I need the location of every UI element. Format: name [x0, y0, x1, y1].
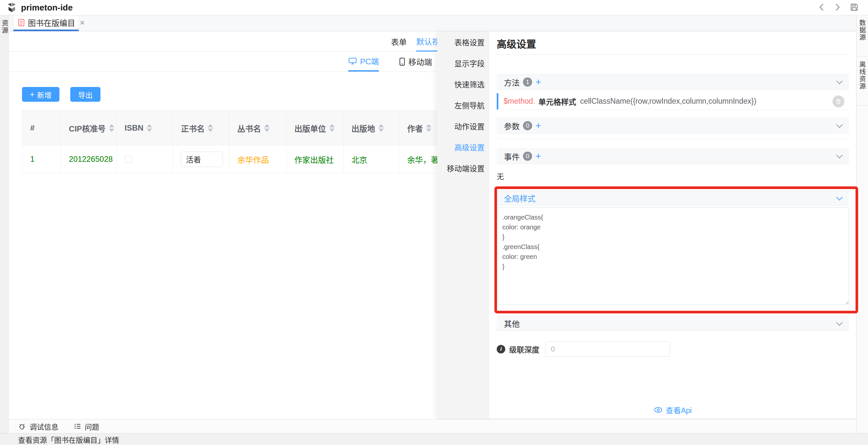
bottom-bar: 调试信息 问题: [8, 419, 856, 433]
add-event-button[interactable]: +: [535, 151, 541, 161]
view-api-link[interactable]: 查看Api: [497, 405, 849, 415]
section-header-params[interactable]: 参数 0 +: [497, 118, 849, 133]
document-icon: [18, 19, 25, 27]
forward-button[interactable]: [834, 3, 841, 13]
tab-form[interactable]: 表单: [391, 32, 407, 52]
tab-default-view[interactable]: 默认视图: [416, 32, 437, 52]
column-header-place[interactable]: 出版地: [344, 111, 400, 145]
sort-icon[interactable]: [378, 124, 384, 132]
app-logo-icon: [6, 2, 17, 13]
view-tabs: 表单 默认视图: [8, 32, 437, 52]
section-header-global-style[interactable]: 全局样式: [497, 190, 849, 206]
isbn-checkbox[interactable]: [125, 156, 132, 163]
tab-pc[interactable]: PC端: [348, 52, 379, 71]
cell-publisher: 作家出版社: [287, 146, 344, 173]
cell-place: 北京: [344, 146, 400, 173]
cascade-depth-input[interactable]: [545, 341, 670, 357]
close-icon[interactable]: ×: [80, 19, 85, 27]
menu-item-table-settings[interactable]: 表格设置: [437, 32, 489, 53]
section-header-other[interactable]: 其他: [497, 316, 849, 331]
chevron-down-icon[interactable]: [836, 194, 843, 200]
chevron-down-icon[interactable]: [836, 78, 843, 84]
tab-mobile[interactable]: 移动端: [399, 52, 432, 71]
cell-series: 余华作品: [229, 146, 287, 173]
title-input[interactable]: [181, 152, 223, 167]
back-button[interactable]: [818, 3, 825, 13]
cell-isbn: [117, 146, 173, 173]
status-bar: 查看资源「图书在版编目」详情: [0, 433, 868, 445]
info-icon: i: [497, 345, 505, 353]
bug-icon: [19, 422, 26, 430]
settings-content: 高级设置 方法 1 + $method. 单元格样式 cellClassName…: [489, 32, 856, 419]
export-button[interactable]: 导出: [70, 87, 100, 102]
sort-icon[interactable]: [147, 124, 152, 132]
data-table: # CIP核准号 ISBN 正书名 丛书名 出版单位: [22, 110, 437, 173]
sort-icon[interactable]: [329, 124, 335, 132]
column-header-author[interactable]: 作者: [399, 111, 437, 145]
plus-icon: +: [30, 90, 34, 99]
chevron-right-icon: [834, 3, 841, 13]
problems-button[interactable]: 问题: [73, 421, 99, 432]
global-style-textarea[interactable]: .orangeClass{ color: orange } .greenClas…: [497, 208, 849, 305]
rail-item-resources[interactable]: 资源: [0, 20, 9, 34]
rail-item-datasource[interactable]: 数据源: [857, 15, 868, 57]
method-signature: cellClassName({row,rowIndex,column,colum…: [580, 97, 756, 106]
settings-panel: 表格设置 显示字段 快速筛选 左侧导航 动作设置 高级设置 移动端设置 高级设置…: [437, 32, 856, 419]
debug-info-button[interactable]: 调试信息: [19, 421, 58, 432]
cascade-depth-row: i 级联深度: [497, 341, 849, 357]
chevron-down-icon[interactable]: [836, 121, 843, 128]
menu-item-action-settings[interactable]: 动作设置: [437, 116, 489, 136]
editor-tab-book-catalog[interactable]: 图书在版编目 ×: [13, 15, 79, 31]
sort-icon[interactable]: [208, 124, 213, 132]
column-header-series[interactable]: 丛书名: [229, 111, 287, 145]
event-count-badge: 0: [523, 152, 532, 161]
add-button[interactable]: + 新增: [22, 87, 59, 102]
params-empty-area: [497, 133, 849, 139]
cell-title: [173, 146, 229, 173]
table-header-row: # CIP核准号 ISBN 正书名 丛书名 出版单位: [22, 111, 437, 145]
delete-method-button[interactable]: [833, 95, 844, 107]
cell-index: 1: [22, 146, 61, 173]
menu-item-display-fields[interactable]: 显示字段: [437, 53, 489, 73]
monitor-icon: [348, 57, 357, 65]
column-header-index: #: [22, 111, 61, 145]
app-title: primeton-ide: [21, 3, 72, 13]
method-count-badge: 1: [523, 77, 532, 87]
column-header-publisher[interactable]: 出版单位: [287, 111, 344, 145]
events-empty-text: 无: [497, 171, 849, 181]
menu-item-quick-filter[interactable]: 快速筛选: [437, 73, 489, 95]
left-rail: 资源: [0, 15, 8, 433]
main-area: 表单 默认视图 PC端 移动端 + 新增 导出: [8, 32, 437, 419]
eye-icon: [654, 407, 662, 413]
section-header-events[interactable]: 事件 0 +: [497, 148, 849, 164]
method-tag: $method.: [504, 97, 535, 106]
device-tabs: PC端 移动端: [8, 52, 437, 72]
chevron-down-icon[interactable]: [836, 319, 843, 326]
phone-icon: [399, 57, 405, 66]
menu-item-mobile-settings[interactable]: 移动端设置: [437, 158, 489, 179]
param-count-badge: 0: [523, 121, 532, 130]
column-header-isbn[interactable]: ISBN: [117, 111, 173, 145]
sort-icon[interactable]: [109, 124, 114, 132]
editor-tab-label: 图书在版编目: [28, 17, 75, 28]
sort-icon[interactable]: [426, 124, 431, 132]
method-item[interactable]: $method. 单元格样式 cellClassName({row,rowInd…: [497, 93, 849, 109]
sort-icon[interactable]: [264, 124, 270, 132]
cascade-depth-label: 级联深度: [509, 344, 539, 355]
chevron-down-icon[interactable]: [836, 152, 843, 159]
settings-menu: 表格设置 显示字段 快速筛选 左侧导航 动作设置 高级设置 移动端设置: [437, 32, 489, 419]
add-param-button[interactable]: +: [535, 121, 541, 131]
section-header-methods[interactable]: 方法 1 +: [497, 74, 849, 90]
tab-pc-label: PC端: [360, 55, 379, 67]
column-header-cip[interactable]: CIP核准号: [61, 111, 117, 145]
save-button[interactable]: [849, 3, 859, 13]
rail-item-offline-resources[interactable]: 离线资源: [857, 57, 868, 106]
add-method-button[interactable]: +: [535, 77, 541, 87]
menu-item-left-nav[interactable]: 左侧导航: [437, 95, 489, 116]
menu-item-advanced-settings[interactable]: 高级设置: [437, 136, 489, 158]
editor-tab-bar: 图书在版编目 ×: [8, 15, 856, 32]
column-header-title[interactable]: 正书名: [173, 111, 229, 145]
status-text: 查看资源「图书在版编目」详情: [18, 434, 119, 445]
cell-cip: 2012265028: [61, 146, 117, 173]
table-toolbar: + 新增 导出: [22, 87, 100, 102]
